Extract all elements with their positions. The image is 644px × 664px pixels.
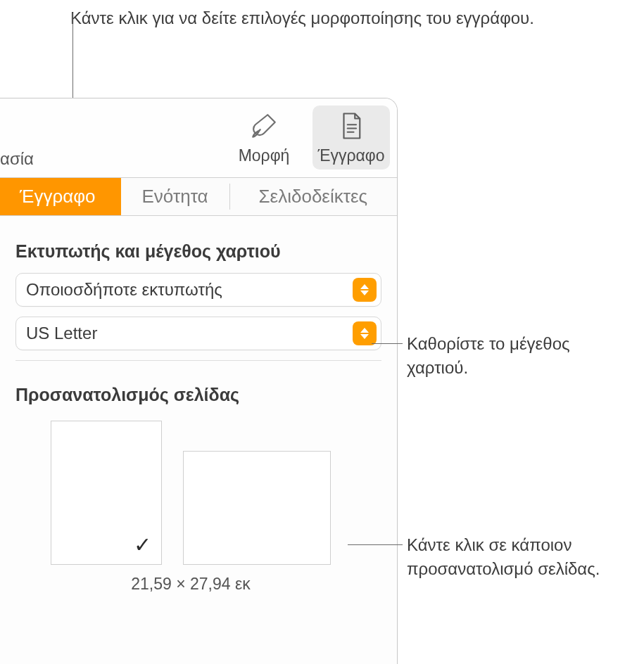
inspector-panel: ασία Μορφή Έγγραφο Έγγραφο Ενότητα Σελιδ…: [0, 98, 398, 664]
toolbar-truncated-label: ασία: [0, 149, 34, 169]
tab-document[interactable]: Έγγραφο: [0, 178, 121, 215]
paper-size-value: US Letter: [26, 324, 97, 343]
orientation-options: ✓: [51, 421, 381, 565]
callout-orientation: Κάντε κλικ σε κάποιον προσανατολισμό σελ…: [407, 533, 639, 580]
leader-line: [372, 343, 403, 344]
leader-line: [348, 544, 403, 545]
document-button-label: Έγγραφο: [317, 146, 384, 165]
tab-bookmarks[interactable]: Σελιδοδείκτες: [229, 178, 397, 215]
divider: [15, 360, 381, 361]
callout-format-options: Κάντε κλικ για να δείτε επιλογές μορφοπο…: [70, 7, 534, 30]
checkmark-icon: ✓: [134, 532, 151, 557]
page-dimensions: 21,59 × 27,94 εκ: [51, 575, 331, 594]
printer-popup-value: Οποιοσδήποτε εκτυπωτής: [26, 280, 222, 300]
updown-chevrons-icon: [353, 321, 377, 345]
document-button[interactable]: Έγγραφο: [312, 106, 390, 170]
format-button-label: Μορφή: [239, 146, 290, 165]
toolbar: ασία Μορφή Έγγραφο: [0, 98, 397, 178]
orientation-section-title: Προσανατολισμός σελίδας: [15, 385, 381, 405]
orientation-landscape[interactable]: [183, 451, 331, 565]
paper-size-popup[interactable]: US Letter: [15, 317, 381, 350]
paintbrush-icon: [249, 111, 279, 141]
printer-section-title: Εκτυπωτής και μέγεθος χαρτιού: [15, 241, 381, 262]
toolbar-right-group: Μορφή Έγγραφο: [225, 106, 390, 170]
orientation-portrait[interactable]: ✓: [51, 421, 162, 565]
tab-section[interactable]: Ενότητα: [121, 178, 229, 215]
callout-paper-size: Καθορίστε το μέγεθος χαρτιού.: [407, 332, 632, 379]
inspector-content: Εκτυπωτής και μέγεθος χαρτιού Οποιοσδήπο…: [0, 216, 397, 594]
inspector-tabs: Έγγραφο Ενότητα Σελιδοδείκτες: [0, 178, 397, 216]
document-icon: [336, 111, 366, 141]
printer-popup[interactable]: Οποιοσδήποτε εκτυπωτής: [15, 273, 381, 307]
updown-chevrons-icon: [353, 278, 377, 302]
format-button[interactable]: Μορφή: [225, 106, 303, 170]
